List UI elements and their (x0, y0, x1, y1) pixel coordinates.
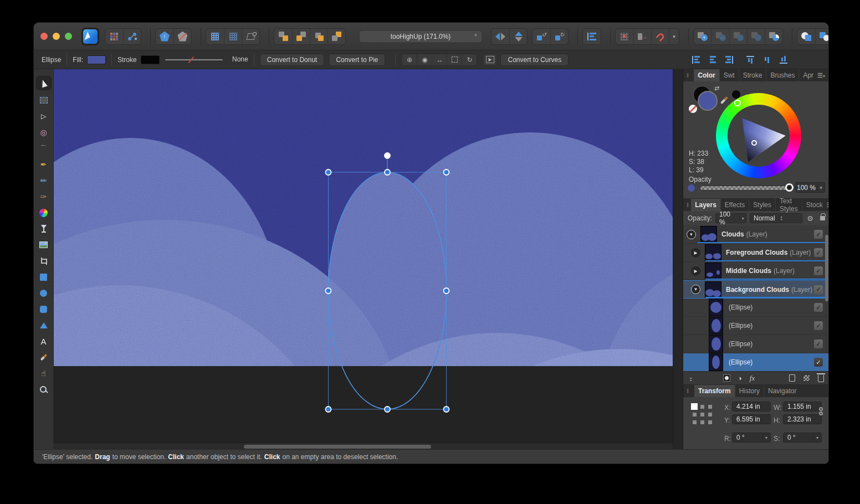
transform-mesh-icon[interactable] (242, 29, 259, 44)
rounded-rectangle-tool[interactable] (36, 303, 52, 315)
panel-grip-icon[interactable]: ‖ (687, 202, 689, 208)
pen-tool[interactable]: ✒ (36, 158, 52, 171)
layer-settings-gear-icon[interactable]: ⚙ (807, 214, 813, 223)
vector-brush-tool[interactable]: ✑ (36, 191, 52, 203)
boolean-divide-icon[interactable] (765, 29, 782, 44)
rotate-cw-icon[interactable]: ↻ (550, 29, 568, 44)
layers-scrollbar-thumb[interactable] (825, 235, 828, 301)
replace-selection-icon[interactable] (327, 29, 345, 44)
corner-tool[interactable]: ⌒ (36, 142, 52, 155)
handle-bottom-center[interactable] (385, 407, 390, 412)
ellipse-tool[interactable] (36, 287, 52, 299)
layer-thumbnail[interactable] (705, 244, 721, 261)
x-input[interactable]: 4.214 in (732, 402, 771, 412)
document-page[interactable] (54, 69, 673, 366)
delete-layer-icon[interactable] (818, 375, 824, 382)
text-tool[interactable]: A (36, 335, 52, 347)
geometry-separate-icon[interactable] (815, 29, 829, 44)
tab-styles[interactable]: Styles (749, 199, 775, 211)
cycle-selection-box-icon[interactable]: ◉ (417, 54, 432, 65)
layer-thumbnail[interactable] (700, 226, 717, 243)
pixel-grid-icon[interactable] (224, 29, 242, 44)
triangle-tool[interactable] (36, 319, 52, 331)
no-slices-icon[interactable] (173, 29, 191, 44)
boolean-add-icon[interactable]: + (694, 29, 711, 44)
layer-row-ellipse-3[interactable]: (Ellipse) ✓ (683, 335, 829, 353)
ellipse-thumbnail[interactable] (709, 353, 723, 371)
align-center-h-button[interactable] (705, 54, 720, 65)
snapping-move-icon[interactable]: → (633, 29, 651, 44)
tab-text-styles[interactable]: Text Styles (775, 199, 802, 211)
hue-selector[interactable] (734, 100, 741, 106)
tab-stock[interactable]: Stock (802, 199, 827, 211)
no-color-icon[interactable] (689, 105, 697, 113)
insert-behind-icon[interactable] (274, 29, 292, 44)
flip-vertical-icon[interactable] (509, 29, 527, 44)
layer-visibility-checkbox[interactable]: ✓ (814, 321, 823, 330)
snapping-grid-icon[interactable] (616, 29, 633, 44)
adjustment-layer-icon[interactable]: ◑ (738, 374, 742, 382)
crop-tool[interactable] (36, 255, 52, 267)
layer-row-ellipse-1[interactable]: (Ellipse) ✓ (683, 299, 829, 317)
h-input[interactable]: 2.323 in (783, 414, 822, 424)
lock-layer-icon[interactable] (820, 216, 825, 220)
snap-center-icon[interactable]: ⊕ (402, 54, 417, 65)
symbols-icon[interactable] (123, 29, 141, 44)
boolean-xor-icon[interactable] (747, 29, 765, 44)
stroke-swatch[interactable] (141, 55, 160, 64)
handle-bottom-right[interactable] (444, 407, 449, 412)
tab-appearance[interactable]: Apr (798, 69, 817, 81)
layer-visibility-checkbox[interactable]: ✓ (814, 230, 823, 239)
shade-selector[interactable] (751, 140, 757, 146)
expand-arrow-icon[interactable]: ▶ (691, 266, 700, 276)
view-hand-tool[interactable]: ☝ (36, 367, 52, 379)
horizontal-scrollbar-thumb[interactable] (244, 445, 431, 449)
fill-gradient-tool[interactable] (36, 207, 52, 219)
collapse-arrow-icon[interactable]: ▼ (691, 285, 700, 294)
r-input[interactable]: 0 °▾ (732, 433, 771, 443)
panel-menu-icon[interactable]: ☰▾ (817, 72, 825, 79)
y-input[interactable]: 6.595 in (732, 414, 771, 424)
close-window-button[interactable] (40, 33, 48, 40)
layer-name[interactable]: (Ellipse) (729, 322, 752, 330)
opacity-value-dropdown[interactable]: 100 %▾ (795, 182, 825, 193)
ellipse-thumbnail[interactable] (709, 335, 723, 353)
layer-visibility-checkbox[interactable]: ✓ (814, 248, 823, 257)
tab-navigator[interactable]: Navigator (764, 385, 800, 397)
export-slices-icon[interactable]: ↑ (156, 29, 173, 44)
move-tool[interactable] (36, 76, 52, 90)
insert-inside-icon[interactable] (310, 29, 327, 44)
tab-swatches[interactable]: Swt (719, 69, 739, 81)
rotate-ccw-icon[interactable]: ↺ (533, 29, 550, 44)
layer-visibility-checkbox[interactable]: ✓ (814, 340, 823, 348)
boolean-subtract-icon[interactable]: − (711, 29, 729, 44)
fill-swatch[interactable] (87, 55, 106, 64)
layer-visibility-checkbox[interactable]: ✓ (814, 285, 823, 294)
artboard-tool[interactable] (36, 94, 52, 106)
rectangle-tool[interactable] (36, 271, 52, 283)
anchor-top-left-selected[interactable] (691, 403, 698, 410)
convert-to-donut-button[interactable]: Convert to Donut (260, 54, 325, 66)
color-picker-icon[interactable] (720, 96, 728, 104)
transform-objects-icon[interactable] (447, 54, 462, 65)
zoom-tool[interactable] (36, 383, 52, 395)
layer-row-ellipse-4-selected[interactable]: (Ellipse) ✓ (683, 353, 829, 371)
layers-stack-icon[interactable]: ⌄⌄ (689, 376, 693, 380)
layer-name[interactable]: (Ellipse) (729, 340, 752, 348)
layer-effects-icon[interactable]: fx (750, 374, 755, 383)
layer-name[interactable]: Foreground Clouds (726, 249, 787, 256)
alignment-icon[interactable] (583, 29, 601, 44)
layer-row-middle-clouds[interactable]: ▶ Middle Clouds (Layer) ✓ (683, 262, 829, 280)
tab-history[interactable]: History (735, 385, 764, 397)
layer-row-clouds[interactable]: ▼ Clouds (Layer) ✓ (683, 225, 829, 244)
zoom-window-button[interactable] (65, 33, 72, 40)
layer-row-ellipse-2[interactable]: (Ellipse) ✓ (683, 317, 829, 335)
flip-horizontal-icon[interactable] (492, 29, 509, 44)
opacity-slider-knob[interactable] (785, 183, 794, 192)
tab-brushes[interactable]: Brushes (766, 69, 798, 81)
tab-stroke[interactable]: Stroke (739, 69, 766, 81)
layer-name[interactable]: (Ellipse) (729, 358, 752, 366)
tab-effects[interactable]: Effects (720, 199, 749, 211)
align-bottom-button[interactable] (778, 53, 789, 67)
snapping-magnet-icon[interactable] (651, 29, 669, 44)
